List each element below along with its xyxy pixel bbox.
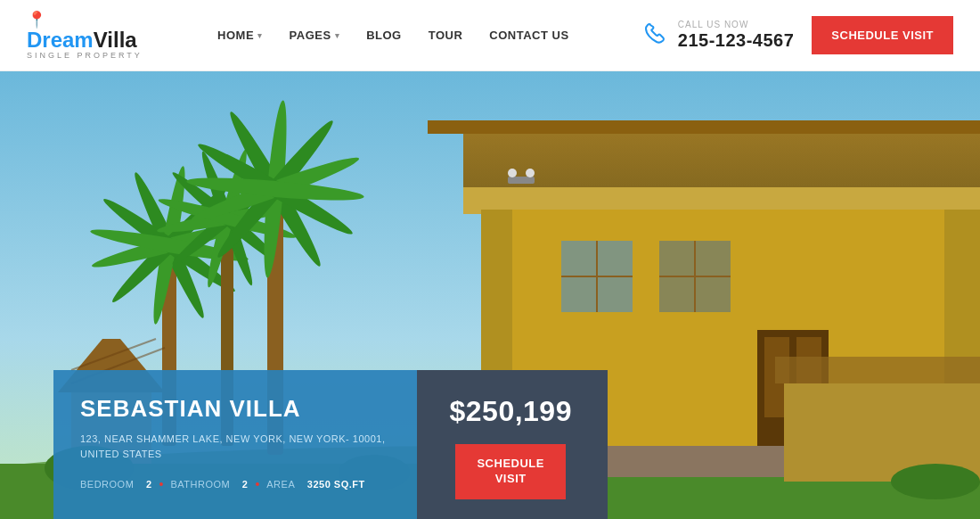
call-label: CALL US NOW bbox=[678, 21, 795, 29]
nav-links: HOME ▾ PAGES ▾ BLOG TOUR CONTACT US bbox=[217, 29, 569, 42]
nav-item-blog[interactable]: BLOG bbox=[366, 29, 402, 42]
nav-link-tour[interactable]: TOUR bbox=[429, 29, 463, 42]
chevron-down-icon: ▾ bbox=[257, 31, 263, 40]
hero-section: SEBASTIAN VILLA 123, NEAR SHAMMER LAKE, … bbox=[0, 71, 980, 519]
svg-rect-53 bbox=[508, 177, 535, 184]
logo[interactable]: 📍 DreamVilla SINGLE PROPERTY bbox=[27, 12, 143, 60]
navbar: 📍 DreamVilla SINGLE PROPERTY HOME ▾ PAGE… bbox=[0, 0, 980, 71]
nav-link-home[interactable]: HOME ▾ bbox=[217, 29, 263, 42]
property-features: BEDROOM 2 • BATHROOM 2 • AREA 3250 SQ.FT bbox=[80, 477, 385, 491]
logo-name: DreamVilla bbox=[27, 29, 137, 51]
info-panel: SEBASTIAN VILLA 123, NEAR SHAMMER LAKE, … bbox=[53, 370, 608, 519]
nav-link-pages[interactable]: PAGES ▾ bbox=[290, 29, 340, 42]
nav-link-blog[interactable]: BLOG bbox=[366, 29, 402, 42]
feature-area: AREA 3250 SQ.FT bbox=[266, 479, 364, 490]
logo-subtitle: SINGLE PROPERTY bbox=[27, 52, 143, 60]
info-main-panel: SEBASTIAN VILLA 123, NEAR SHAMMER LAKE, … bbox=[53, 370, 417, 519]
feature-bathroom: BATHROOM 2 bbox=[170, 479, 248, 490]
info-price-panel: $250,199 SCHEDULE VISIT bbox=[417, 370, 607, 519]
nav-item-home[interactable]: HOME ▾ bbox=[217, 29, 263, 42]
phone-area: CALL US NOW 215-123-4567 bbox=[644, 21, 795, 51]
svg-marker-5 bbox=[428, 120, 980, 134]
svg-point-54 bbox=[508, 169, 517, 177]
address-line2: UNITED STATES bbox=[80, 449, 162, 459]
phone-number: 215-123-4567 bbox=[678, 30, 795, 50]
address-line1: 123, NEAR SHAMMER LAKE, NEW YORK, NEW YO… bbox=[80, 433, 385, 444]
svg-point-55 bbox=[526, 169, 535, 177]
nav-item-contact[interactable]: CONTACT US bbox=[489, 29, 568, 42]
nav-item-tour[interactable]: TOUR bbox=[429, 29, 463, 42]
property-address: 123, NEAR SHAMMER LAKE, NEW YORK, NEW YO… bbox=[80, 432, 385, 461]
right-nav: CALL US NOW 215-123-4567 SCHEDULE VISIT bbox=[644, 16, 953, 54]
dot-separator-1: • bbox=[159, 477, 164, 491]
dot-separator-2: • bbox=[255, 477, 259, 491]
property-name: SEBASTIAN VILLA bbox=[80, 395, 385, 423]
svg-point-52 bbox=[891, 464, 980, 499]
svg-marker-23 bbox=[775, 357, 980, 383]
phone-icon bbox=[644, 21, 669, 51]
schedule-visit-hero-button[interactable]: SCHEDULE VISIT bbox=[455, 444, 566, 499]
schedule-visit-button[interactable]: SCHEDULE VISIT bbox=[812, 16, 953, 54]
nav-item-pages[interactable]: PAGES ▾ bbox=[290, 29, 340, 42]
feature-bedroom: BEDROOM 2 bbox=[80, 479, 152, 490]
chevron-down-icon: ▾ bbox=[335, 31, 340, 40]
price-value: $250,199 bbox=[449, 395, 571, 428]
logo-icon: 📍 bbox=[27, 12, 46, 28]
phone-info: CALL US NOW 215-123-4567 bbox=[678, 21, 795, 51]
nav-link-contact[interactable]: CONTACT US bbox=[489, 29, 568, 42]
